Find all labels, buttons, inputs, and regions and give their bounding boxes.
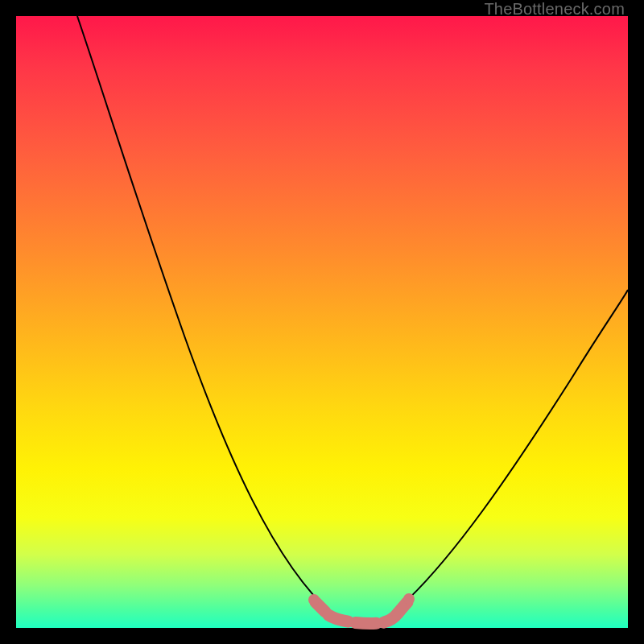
svg-point-0 — [403, 593, 415, 605]
flat-bottom-highlight — [308, 593, 415, 624]
plot-area — [16, 16, 628, 628]
chart-frame: TheBottleneck.com — [0, 0, 644, 644]
curve-layer — [16, 16, 628, 628]
svg-point-1 — [308, 594, 320, 605]
left-branch-curve — [77, 16, 334, 616]
right-branch-curve — [394, 290, 628, 612]
